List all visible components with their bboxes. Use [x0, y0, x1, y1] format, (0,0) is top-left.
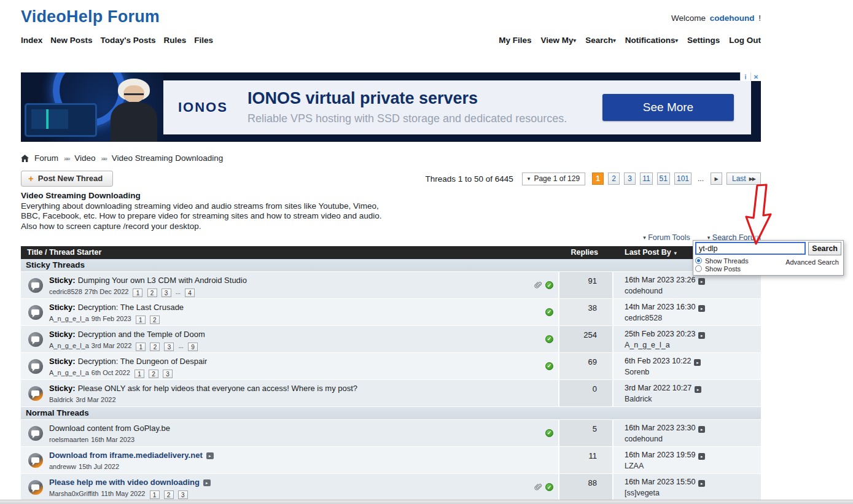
thread-page-link[interactable]: 1 — [136, 316, 146, 324]
thread-replies-count: 88 — [558, 474, 613, 500]
see-more-button[interactable]: See More — [602, 94, 734, 121]
goto-last-post-icon[interactable] — [698, 278, 705, 285]
attachment-icon[interactable] — [534, 483, 542, 492]
thread-page-link[interactable]: 1 — [136, 343, 146, 351]
thread-date: 3rd Mar 2022 — [92, 342, 131, 349]
thread-title-cell: Sticky:Decryption: The Dungeon of Despai… — [21, 353, 558, 379]
thread-page-link[interactable]: 2 — [150, 316, 160, 324]
thread-page-link[interactable]: 2 — [150, 343, 160, 351]
goto-last-post-icon[interactable] — [698, 453, 705, 460]
attachment-icon[interactable] — [534, 281, 542, 290]
thread-page-link[interactable]: 2 — [149, 370, 158, 378]
thread-starter-link[interactable]: A_n_g_e_l_a — [49, 342, 89, 349]
next-page-button[interactable]: ▶ — [711, 173, 722, 185]
post-new-thread-button[interactable]: + Post New Thread — [21, 171, 113, 187]
thread-starter-link[interactable]: Baldrick — [49, 396, 73, 403]
thread-starter-link[interactable]: A_n_g_e_l_a — [49, 369, 89, 376]
thread-title-link[interactable]: Please ONLY ask for help videos that eve… — [78, 384, 357, 393]
nav-settings[interactable]: Settings — [687, 36, 720, 45]
thread-title-link[interactable]: Please help me with video downloading — [49, 478, 200, 487]
home-icon[interactable] — [21, 155, 29, 162]
goto-first-unread-icon[interactable] — [206, 452, 214, 459]
thread-page-link[interactable]: 3 — [163, 370, 173, 378]
last-post-user-link[interactable]: cedric8528 — [625, 314, 761, 322]
goto-last-post-icon[interactable] — [698, 426, 705, 433]
ad-info-icon[interactable]: i — [740, 72, 750, 81]
page-button-1[interactable]: 1 — [592, 173, 604, 185]
last-post-user-link[interactable]: A_n_g_e_l_a — [625, 341, 761, 349]
advanced-search-link[interactable]: Advanced Search — [785, 257, 841, 273]
thread-page-link[interactable]: 3 — [178, 490, 188, 499]
nav-view-my[interactable]: View My▾ — [541, 36, 577, 45]
goto-last-post-icon[interactable] — [694, 359, 701, 366]
welcome-message: Welcome codehound ! — [671, 7, 761, 23]
nav-log-out[interactable]: Log Out — [729, 36, 761, 45]
ad-close-icon[interactable]: ✕ — [750, 72, 761, 81]
thread-page-link[interactable]: 2 — [164, 490, 174, 499]
thread-starter-link[interactable]: A_n_g_e_l_a — [49, 315, 89, 322]
goto-last-post-icon[interactable] — [698, 480, 705, 487]
forum-tools-dropdown[interactable]: ▾ Forum Tools — [643, 233, 690, 243]
thread-page-link[interactable]: 1 — [150, 490, 160, 499]
thread-starter-link[interactable]: roelsmaarten — [49, 436, 88, 443]
page-button-3[interactable]: 3 — [624, 173, 636, 185]
thread-page-link[interactable]: 3 — [164, 343, 174, 351]
page-button-11[interactable]: 11 — [640, 173, 652, 185]
thread-title-cell: Download content from GoPlay.be roelsmaa… — [21, 420, 558, 446]
nav-notifications[interactable]: Notifications▾ — [625, 36, 678, 45]
thread-title-link[interactable]: Download content from GoPlay.be — [49, 424, 170, 433]
goto-last-post-icon[interactable] — [698, 332, 705, 339]
thread-starter-link[interactable]: cedric8528 — [49, 288, 82, 295]
thread-title-link[interactable]: Decryption: The Last Crusade — [78, 303, 184, 312]
page-button-51[interactable]: 51 — [657, 173, 670, 185]
plus-icon: + — [28, 173, 34, 184]
thread-title-link[interactable]: Decryption and the Temple of Doom — [78, 330, 205, 339]
header-title-thread-starter[interactable]: Title / Thread Starter — [21, 248, 558, 257]
username-link[interactable]: codehound — [710, 14, 755, 23]
goto-last-post-icon[interactable] — [698, 305, 705, 312]
nav-files[interactable]: Files — [194, 36, 213, 45]
breadcrumb-forum[interactable]: Forum — [34, 153, 58, 163]
thread-table: Search Show Threads Show Posts Advanced … — [21, 246, 761, 501]
thread-title-link[interactable]: Dumping Your own L3 CDM with Android Stu… — [78, 276, 247, 285]
header-replies[interactable]: Replies — [558, 248, 613, 257]
search-input[interactable] — [695, 242, 806, 255]
page-button-101[interactable]: 101 — [674, 173, 691, 185]
thread-starter-link[interactable]: Marsha0xGriffith — [49, 490, 99, 497]
last-post-user-link[interactable]: [ss]vegeta — [625, 489, 761, 497]
nav-new-posts[interactable]: New Posts — [50, 36, 92, 45]
resolved-check-icon — [545, 281, 553, 289]
thread-title-link[interactable]: Download from iframe.mediadelivery.net — [49, 451, 203, 460]
thread-page-link[interactable]: 1 — [133, 289, 142, 297]
show-threads-radio[interactable]: Show Threads — [695, 257, 749, 265]
main-navbar: Index New Posts Today's Posts Rules File… — [21, 36, 761, 45]
nav-todays-posts[interactable]: Today's Posts — [101, 36, 156, 45]
horizontal-scrollbar[interactable] — [0, 500, 853, 504]
nav-rules[interactable]: Rules — [164, 36, 187, 45]
last-post-user-link[interactable]: codehound — [625, 287, 761, 295]
nav-index[interactable]: Index — [21, 36, 42, 45]
thread-page-link[interactable]: 9 — [188, 343, 198, 351]
nav-search[interactable]: Search▾ — [585, 36, 616, 45]
last-post-user-link[interactable]: codehound — [625, 435, 761, 443]
thread-starter-link[interactable]: andreww — [49, 463, 76, 470]
goto-last-post-icon[interactable] — [695, 386, 701, 393]
thread-page-link[interactable]: 1 — [134, 370, 144, 378]
thread-last-post-cell: 16th Mar 2023 23:26 codehound — [613, 272, 761, 298]
thread-page-link[interactable]: 2 — [147, 289, 157, 297]
nav-my-files[interactable]: My Files — [499, 36, 531, 45]
show-posts-radio[interactable]: Show Posts — [695, 265, 749, 273]
page-select-dropdown[interactable]: ▾ Page 1 of 129 — [522, 173, 585, 185]
last-post-user-link[interactable]: Sorenb — [625, 368, 761, 376]
last-post-user-link[interactable]: LZAA — [625, 462, 761, 470]
search-button[interactable]: Search — [808, 242, 841, 255]
page-button-2[interactable]: 2 — [608, 173, 620, 185]
goto-first-unread-icon[interactable] — [203, 479, 211, 486]
thread-page-link[interactable]: 4 — [185, 289, 195, 297]
last-post-user-link[interactable]: Baldrick — [625, 395, 761, 403]
breadcrumb-current[interactable]: Video Streaming Downloading — [112, 153, 223, 163]
thread-page-link[interactable]: 3 — [162, 289, 171, 297]
last-page-button[interactable]: Last ▶▶ — [726, 173, 761, 185]
thread-title-link[interactable]: Decryption: The Dungeon of Despair — [78, 357, 208, 366]
breadcrumb-video[interactable]: Video — [74, 153, 95, 163]
